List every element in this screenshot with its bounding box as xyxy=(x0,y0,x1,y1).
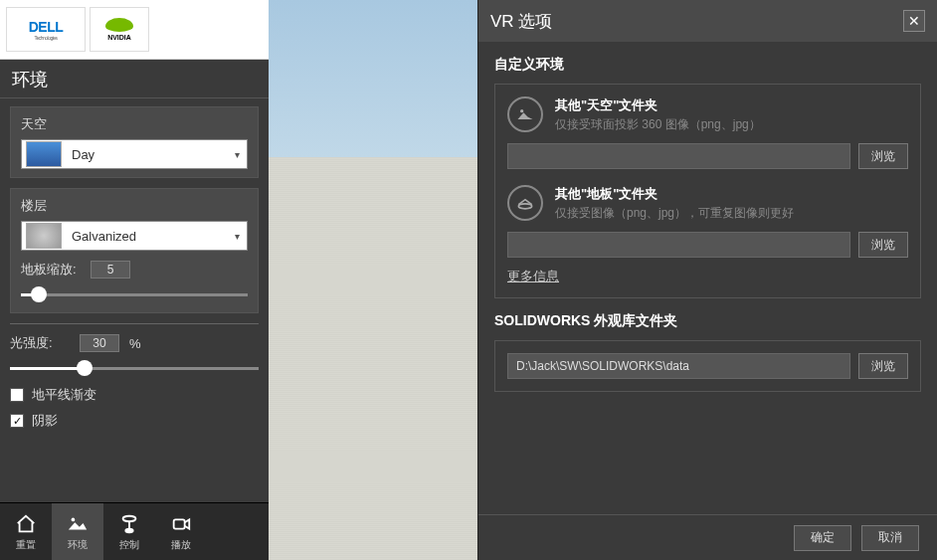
floor-scale-label: 地板缩放: xyxy=(21,261,81,279)
floor-browse-button[interactable]: 浏览 xyxy=(858,232,908,258)
chevron-down-icon: ▾ xyxy=(227,231,247,242)
sw-lib-group: D:\Jack\SW\SOLIDWORKS\data 浏览 xyxy=(494,340,921,392)
sky-dropdown[interactable]: Day ▾ xyxy=(21,139,248,169)
sky-folder-entry: 其他"天空"文件夹 仅接受球面投影 360 图像（png、jpg） xyxy=(507,96,908,133)
floor-label: 楼层 xyxy=(21,197,248,215)
joystick-icon xyxy=(117,512,141,536)
close-icon: ✕ xyxy=(908,13,920,29)
svg-point-5 xyxy=(518,204,531,209)
nav-control-label: 控制 xyxy=(119,538,139,552)
light-label: 光强度: xyxy=(10,334,70,352)
sw-browse-button[interactable]: 浏览 xyxy=(858,353,908,379)
floor-scale-slider[interactable] xyxy=(21,284,248,304)
horizon-checkbox[interactable] xyxy=(10,388,24,402)
nvidia-logo: NVIDIA xyxy=(90,7,149,52)
svg-point-1 xyxy=(123,515,136,521)
shadow-checkbox-row[interactable]: ✓ 阴影 xyxy=(10,412,259,430)
light-row: 光强度: 30 % xyxy=(10,334,259,352)
divider xyxy=(10,323,259,324)
left-panel: DELL Technologies NVIDIA 环境 天空 Day ▾ 楼层 … xyxy=(0,0,269,560)
floor-folder-entry: 其他"地板"文件夹 仅接受图像（png、jpg），可重复图像则更好 xyxy=(507,185,908,222)
play-icon xyxy=(169,512,193,536)
nav-control[interactable]: 控制 xyxy=(103,503,155,560)
shadow-label: 阴影 xyxy=(32,412,58,430)
image-icon xyxy=(66,512,90,536)
horizon-checkbox-row[interactable]: 地平线渐变 xyxy=(10,386,259,404)
nvidia-text: NVIDIA xyxy=(107,34,131,41)
dialog-footer: 确定 取消 xyxy=(478,514,937,560)
cancel-button[interactable]: 取消 xyxy=(861,525,919,551)
svg-point-2 xyxy=(125,528,132,532)
dialog-header: VR 选项 ✕ xyxy=(478,0,937,42)
dialog-body: 自定义环境 其他"天空"文件夹 仅接受球面投影 360 图像（png、jpg） … xyxy=(478,42,937,514)
svg-rect-3 xyxy=(174,519,185,528)
slider-knob[interactable] xyxy=(31,286,47,302)
light-unit: % xyxy=(129,336,141,351)
nav-env-label: 环境 xyxy=(68,538,88,552)
nav-reset-label: 重置 xyxy=(16,538,36,552)
more-info-link[interactable]: 更多信息 xyxy=(507,268,908,285)
vr-options-dialog: VR 选项 ✕ 自定义环境 其他"天空"文件夹 仅接受球面投影 360 图像（p… xyxy=(477,0,937,560)
floor-folder-input[interactable] xyxy=(507,232,850,258)
nav-play-label: 播放 xyxy=(171,538,191,552)
bottom-nav: 重置 环境 控制 播放 xyxy=(0,502,269,560)
sky-folder-input[interactable] xyxy=(507,143,850,169)
light-slider[interactable] xyxy=(10,358,259,378)
dell-subtext: Technologies xyxy=(34,35,57,41)
sky-label: 天空 xyxy=(21,115,248,133)
chevron-down-icon: ▾ xyxy=(227,149,247,160)
ok-button[interactable]: 确定 xyxy=(794,525,851,551)
floor-scale-row: 地板缩放: 5 xyxy=(21,261,248,279)
nav-reset[interactable]: 重置 xyxy=(0,503,52,560)
close-button[interactable]: ✕ xyxy=(903,10,925,32)
floor-folder-title: 其他"地板"文件夹 xyxy=(555,185,908,203)
custom-env-group: 其他"天空"文件夹 仅接受球面投影 360 图像（png、jpg） 浏览 其他"… xyxy=(494,84,921,298)
floor-value: Galvanized xyxy=(66,229,227,244)
floor-dropdown[interactable]: Galvanized ▾ xyxy=(21,221,248,251)
horizon-label: 地平线渐变 xyxy=(32,386,96,404)
panel-body: 天空 Day ▾ 楼层 Galvanized ▾ 地板缩放: 5 xyxy=(0,98,269,502)
sky-value: Day xyxy=(66,147,227,162)
sky-browse-button[interactable]: 浏览 xyxy=(858,143,908,169)
nav-play[interactable]: 播放 xyxy=(155,503,207,560)
sw-lib-title: SOLIDWORKS 外观库文件夹 xyxy=(494,312,921,330)
nav-env[interactable]: 环境 xyxy=(52,503,103,560)
sky-section: 天空 Day ▾ xyxy=(10,106,259,178)
dell-logo: DELL Technologies xyxy=(6,7,86,52)
light-value[interactable]: 30 xyxy=(80,334,119,352)
floor-folder-sub: 仅接受图像（png、jpg），可重复图像则更好 xyxy=(555,205,908,222)
logo-bar: DELL Technologies NVIDIA xyxy=(0,0,269,60)
panel-title: 环境 xyxy=(0,60,269,98)
viewport[interactable] xyxy=(269,0,477,560)
dell-text: DELL xyxy=(29,19,64,35)
sky-thumb-icon xyxy=(26,141,62,167)
dialog-title: VR 选项 xyxy=(490,10,552,33)
floor-section: 楼层 Galvanized ▾ 地板缩放: 5 xyxy=(10,188,259,313)
floor-thumb-icon xyxy=(26,223,62,249)
svg-point-0 xyxy=(72,517,76,521)
shadow-checkbox[interactable]: ✓ xyxy=(10,414,24,428)
floor-icon xyxy=(507,185,543,221)
nvidia-eye-icon xyxy=(105,18,133,32)
slider-knob[interactable] xyxy=(77,360,93,376)
floor-scale-value[interactable]: 5 xyxy=(91,261,130,279)
landscape-icon xyxy=(507,96,543,132)
sky-folder-sub: 仅接受球面投影 360 图像（png、jpg） xyxy=(555,116,908,133)
svg-point-4 xyxy=(520,109,523,112)
sky-folder-title: 其他"天空"文件夹 xyxy=(555,96,908,114)
custom-env-title: 自定义环境 xyxy=(494,56,921,74)
sw-path-input[interactable]: D:\Jack\SW\SOLIDWORKS\data xyxy=(507,353,850,379)
home-icon xyxy=(14,512,38,536)
